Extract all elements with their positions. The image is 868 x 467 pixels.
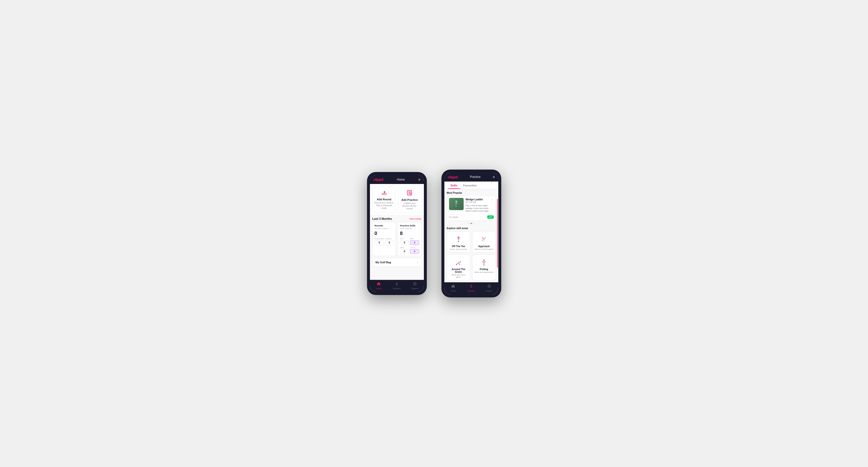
dot-3[interactable]	[473, 223, 474, 224]
skill-putting[interactable]: Putting Make and lag practice	[472, 254, 496, 280]
nav-capture[interactable]: Capture	[406, 282, 424, 290]
dot-2[interactable]	[471, 223, 472, 224]
ott-label: OTT	[400, 238, 409, 240]
most-popular-label: Most Popular	[444, 189, 498, 196]
featured-name: Wedge Ladder	[466, 198, 494, 201]
featured-drill-card[interactable]: Wedge Ladder 50–100 yds Play 1 shot at e…	[447, 196, 496, 221]
golf-bag-label: My Golf Bag	[376, 261, 391, 264]
drills-capture-label: Drills Capture	[400, 227, 419, 229]
drills-total: 8	[400, 230, 419, 236]
add-practice-card[interactable]: Add Practice Capture your practice off-t…	[398, 187, 422, 213]
tournament-value: 0	[375, 240, 384, 245]
phone1-page-title: Home	[397, 178, 405, 181]
nav-activities[interactable]: Activities	[388, 282, 406, 290]
app-label: APP	[410, 238, 419, 240]
scroll-indicator	[497, 199, 498, 268]
last-3-months-label: Last 3 Months	[372, 217, 392, 221]
add-round-card[interactable]: Add Round Record your shots in fast or e…	[372, 187, 396, 213]
add-round-title: Add Round	[375, 198, 394, 201]
home-nav-label: Home	[376, 287, 381, 290]
off-tee-name: Off The Tee	[449, 245, 468, 248]
arg-label: ARG	[400, 246, 409, 249]
svg-point-3	[396, 283, 398, 284]
golf-bag-row[interactable]: My Golf Bag ›	[372, 258, 422, 267]
atg-name: Around The Green	[449, 268, 468, 273]
activities-nav-icon	[395, 282, 399, 287]
dot-1[interactable]	[468, 223, 470, 224]
rounds-title: Rounds	[375, 224, 394, 227]
phone2-menu-icon[interactable]: ≡	[493, 175, 495, 179]
star-icon[interactable]: ☆	[491, 198, 494, 201]
stats-panel: Rounds Rounds Capture 0 Tournament 0 Pra…	[370, 222, 424, 258]
drills-top-row: OTT 0 APP 4	[400, 238, 419, 245]
featured-shots: 9 shots	[449, 216, 458, 218]
featured-thumb	[449, 198, 464, 210]
add-practice-desc: Capture your practice off-the-course	[400, 202, 419, 210]
tab-favourites[interactable]: Favourites	[460, 182, 480, 189]
featured-thumb-img	[449, 198, 464, 210]
menu-icon[interactable]: ≡	[418, 178, 420, 182]
svg-point-19	[471, 285, 472, 286]
action-cards-row: Add Round Record your shots in fast or e…	[370, 184, 424, 215]
phone2-logo: clippd	[448, 175, 458, 179]
app-badge: APP	[487, 215, 493, 219]
add-round-icon	[375, 190, 394, 197]
app-value: 4	[410, 240, 419, 245]
phone2-home-nav-label: Home	[451, 290, 456, 292]
svg-point-9	[484, 239, 485, 240]
rounds-capture-label: Rounds Capture	[375, 227, 394, 229]
rounds-breakdown: Tournament 0 Practice 0	[375, 238, 394, 245]
phone2-nav-capture[interactable]: Capture	[480, 284, 498, 292]
phone2-nav-activities[interactable]: Activities	[462, 284, 480, 292]
phone1-bottom-nav: Home Activities Capture	[370, 280, 424, 292]
view-activity-link[interactable]: View Activity	[409, 218, 422, 220]
practice-label: Practice	[385, 238, 394, 240]
drills-title: Practice Drills	[400, 224, 419, 227]
skill-around-green[interactable]: Around The Green Hone your short game	[447, 254, 470, 280]
tab-drills[interactable]: Drills	[448, 182, 461, 189]
svg-point-5	[455, 200, 457, 203]
explore-label: Explore skill areas	[444, 226, 498, 231]
featured-distance: 50–100 yds	[466, 201, 494, 203]
atg-desc: Hone your short game	[449, 274, 468, 278]
putting-icon-area	[474, 257, 494, 267]
tournament-stat: Tournament 0	[375, 238, 384, 245]
putt-value: 4	[410, 249, 419, 254]
tabs-row: Drills Favourites	[444, 182, 498, 189]
nav-home[interactable]: Home	[370, 282, 388, 290]
off-tee-desc: Power and accuracy	[449, 248, 468, 250]
phone-2-screen: clippd Practice ≡ Drills Favourites Most…	[444, 173, 498, 295]
phone2-header: clippd Practice ≡	[444, 173, 498, 182]
capture-nav-label: Capture	[411, 287, 418, 290]
phone2-home-nav-icon	[451, 284, 455, 289]
rounds-stat-box: Rounds Rounds Capture 0 Tournament 0 Pra…	[372, 222, 396, 256]
activity-section-header: Last 3 Months View Activity	[370, 215, 424, 222]
featured-desc: Play 1 shot at each target yardage. If y…	[466, 204, 494, 213]
phone2-capture-nav-icon	[487, 284, 491, 289]
app-stat: APP 4	[410, 238, 419, 245]
featured-card-content: Wedge Ladder 50–100 yds Play 1 shot at e…	[447, 196, 496, 215]
ott-stat: OTT 0	[400, 238, 409, 245]
rounds-total: 0	[375, 230, 394, 236]
phone-1-screen: clippd Home ≡ Add Round Record your	[370, 175, 424, 292]
phone-1: clippd Home ≡ Add Round Record your	[367, 172, 427, 295]
app-logo: clippd	[373, 177, 383, 182]
phone-2: clippd Practice ≡ Drills Favourites Most…	[441, 169, 501, 298]
putt-label: PUTT	[410, 246, 419, 249]
drills-stat-box: Practice Drills Drills Capture 8 OTT 0 A…	[398, 222, 422, 256]
phone2-page-title: Practice	[470, 175, 480, 179]
phone2-nav-home[interactable]: Home	[444, 284, 462, 292]
skill-grid: Off The Tee Power and accuracy	[444, 231, 498, 282]
approach-name: Approach	[474, 245, 494, 248]
skill-off-the-tee[interactable]: Off The Tee Power and accuracy	[447, 231, 470, 252]
arg-value: 0	[400, 249, 409, 254]
off-tee-icon-area	[449, 234, 468, 244]
add-round-desc: Record your shots in fast or enhanced mo…	[375, 201, 394, 210]
phone2-activities-nav-label: Activities	[467, 290, 475, 292]
skill-approach[interactable]: Approach Dial-in to hit the green	[472, 231, 496, 252]
featured-info: Wedge Ladder 50–100 yds Play 1 shot at e…	[466, 198, 494, 213]
arg-stat: ARG 0	[400, 246, 409, 254]
phone1-header: clippd Home ≡	[370, 175, 424, 184]
atg-icon-area	[449, 257, 468, 267]
putting-name: Putting	[474, 268, 494, 271]
